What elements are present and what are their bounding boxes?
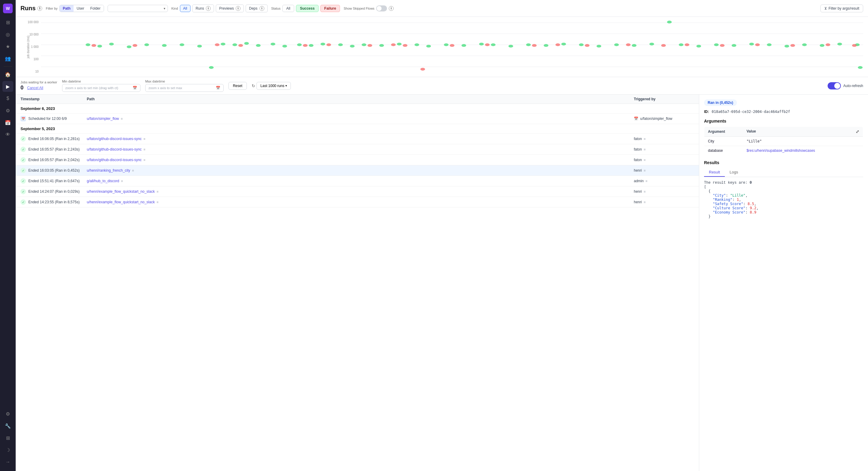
path-filter-icon[interactable]: ≡: [144, 137, 145, 141]
status-success-icon: ✓: [21, 157, 26, 163]
path-cell: u/henri/ranking_french_city ≡: [87, 168, 634, 173]
svg-point-13: [209, 66, 214, 69]
show-skipped-toggle[interactable]: [376, 5, 387, 11]
triggered-filter-icon[interactable]: ≡: [644, 169, 646, 172]
tab-logs[interactable]: Logs: [725, 168, 743, 177]
sidebar-icon-dashboard[interactable]: ⊞: [2, 17, 13, 28]
triggered-filter-icon[interactable]: ≡: [644, 158, 646, 162]
kind-runs-btn[interactable]: Runs ℹ: [192, 4, 214, 12]
filter-args-btn[interactable]: ⊻ Filter by args/result: [820, 4, 863, 12]
table-row[interactable]: ✓ Ended 16:05:57 (Ran in 2,042s) u/faton…: [16, 155, 699, 165]
triggered-cell: henri ≡: [634, 200, 694, 204]
sidebar-icon-runs[interactable]: ▶: [2, 81, 13, 92]
status-all-btn[interactable]: All: [282, 5, 294, 12]
svg-point-11: [180, 43, 184, 46]
table-row[interactable]: 📅 Scheduled for 12:00 6/9 u/faton/simple…: [16, 113, 699, 124]
tab-result[interactable]: Result: [704, 168, 725, 177]
sidebar-icon-settings[interactable]: ⚙: [2, 408, 13, 419]
path-select[interactable]: [107, 5, 168, 12]
path-link[interactable]: u/henri/example_flow_quickstart_no_slack: [87, 190, 155, 194]
status-success-btn[interactable]: Success: [296, 5, 318, 12]
svg-point-5: [86, 43, 90, 46]
path-filter-icon[interactable]: ≡: [156, 190, 158, 193]
path-filter-icon[interactable]: ≡: [144, 147, 145, 151]
filter-folder-btn[interactable]: Folder: [87, 5, 103, 12]
svg-point-36: [544, 44, 549, 47]
path-filter-icon[interactable]: ≡: [156, 200, 158, 204]
min-datetime-input[interactable]: zoom x axis to set min (drag with ct) 📅: [62, 84, 141, 92]
triggered-value: faton: [634, 147, 642, 152]
path-filter-icon[interactable]: ≡: [121, 179, 123, 183]
path-filter-icon[interactable]: ≡: [121, 117, 123, 121]
table-row[interactable]: ✓ Ended 14:23:55 (Ran in 8,575s) u/henri…: [16, 197, 699, 207]
sidebar-icon-moon[interactable]: ☽: [2, 444, 13, 455]
max-datetime-input[interactable]: zoom x axis to set max 📅: [145, 84, 224, 92]
kind-previews-btn[interactable]: Previews ℹ: [216, 4, 244, 12]
svg-point-50: [784, 45, 789, 47]
table-row[interactable]: ✓ Ended 16:06:05 (Ran in 2,281s) u/faton…: [16, 134, 699, 144]
arg-city-value: "Lille": [743, 137, 863, 146]
sidebar-icon-users[interactable]: 👥: [2, 53, 13, 64]
triggered-filter-icon[interactable]: ≡: [644, 200, 646, 204]
path-filter-icon[interactable]: ≡: [144, 158, 145, 162]
triggered-filter-icon[interactable]: ≡: [644, 137, 646, 141]
sidebar-icon-tools[interactable]: 🔧: [2, 420, 13, 431]
table-row[interactable]: ✓ Ended 15:51:41 (Ran in 0,647s) g/all/h…: [16, 176, 699, 187]
reset-btn[interactable]: Reset: [228, 82, 247, 90]
svg-point-31: [461, 44, 466, 47]
sidebar-icon-profile[interactable]: ◎: [2, 29, 13, 40]
kind-label: Kind: [172, 7, 178, 10]
triggered-filter-icon[interactable]: ≡: [646, 179, 647, 183]
table-row[interactable]: ✓ Ended 14:24:07 (Ran in 0,029s) u/henri…: [16, 187, 699, 197]
status-failure-btn[interactable]: Failure: [320, 5, 340, 12]
previews-info-icon[interactable]: ℹ: [236, 6, 241, 11]
expand-btn[interactable]: ⤢: [856, 129, 859, 134]
svg-point-16: [244, 42, 249, 44]
sidebar-icon-monitor[interactable]: 👁: [2, 129, 13, 140]
path-link[interactable]: g/all/hub_to_discord: [87, 179, 119, 183]
filter-path-btn[interactable]: Path: [60, 5, 73, 12]
chart-area: 100 000 10 000 1 000 100 10: [16, 17, 868, 77]
table-row[interactable]: ✓ Ended 16:05:57 (Ran in 2,243s) u/faton…: [16, 144, 699, 155]
path-link[interactable]: u/faton/github-discord-issues-sync: [87, 137, 142, 141]
kind-deps-btn[interactable]: Deps ℹ: [246, 4, 267, 12]
cancel-all-btn[interactable]: Cancel All: [27, 86, 43, 90]
filter-user-btn[interactable]: User: [73, 5, 87, 12]
results-title: Results: [704, 160, 863, 165]
last-runs-section: ↻ Last 1000 runs ▾: [252, 82, 291, 90]
path-link[interactable]: u/henri/ranking_french_city: [87, 168, 130, 173]
autorefresh-toggle[interactable]: [828, 82, 841, 90]
triggered-filter-icon[interactable]: ≡: [644, 147, 646, 151]
sidebar-icon-expand[interactable]: →: [2, 457, 13, 467]
triggered-filter-icon[interactable]: ≡: [644, 190, 646, 193]
runs-info-icon[interactable]: ℹ: [206, 6, 211, 11]
sidebar-icon-calendar[interactable]: 📅: [2, 117, 13, 128]
path-link[interactable]: u/henri/example_flow_quickstart_no_slack: [87, 200, 155, 204]
calendar-icon-min[interactable]: 📅: [133, 86, 137, 90]
path-link[interactable]: u/faton/simpler_flow: [87, 116, 119, 121]
sidebar-icon-dollar[interactable]: $: [2, 93, 13, 104]
path-link[interactable]: u/faton/github-discord-issues-sync: [87, 158, 142, 162]
sidebar-icon-favorites[interactable]: ★: [2, 41, 13, 52]
svg-point-40: [614, 43, 619, 46]
date-group-sep5: September 5, 2023: [16, 124, 699, 134]
title-info-icon[interactable]: ℹ: [37, 6, 42, 11]
calendar-icon-max[interactable]: 📅: [216, 86, 220, 90]
triggered-value: admin: [634, 179, 644, 183]
last-runs-btn[interactable]: Last 1000 runs ▾: [256, 82, 291, 90]
path-filter-icon[interactable]: ≡: [132, 169, 134, 172]
skipped-info-icon[interactable]: ℹ: [389, 6, 394, 11]
sidebar-icon-home[interactable]: 🏠: [2, 69, 13, 80]
resource-link[interactable]: $res:u/henri/supabase_windmillshowcases: [747, 148, 815, 153]
app-logo[interactable]: W: [3, 4, 13, 13]
calendar-icon-triggered: 📅: [634, 116, 638, 121]
path-link[interactable]: u/faton/github-discord-issues-sync: [87, 147, 142, 152]
timestamp-value: Ended 15:51:41 (Ran in 0,647s): [28, 179, 80, 183]
min-datetime-label: Min datetime: [62, 79, 141, 83]
svg-point-53: [837, 43, 842, 45]
sidebar-icon-apps[interactable]: ⊞: [2, 433, 13, 443]
deps-info-icon[interactable]: ℹ: [259, 6, 264, 11]
table-row[interactable]: ✓ Ended 16:03:05 (Ran in 0,452s) u/henri…: [16, 165, 699, 176]
kind-all-btn[interactable]: All: [180, 5, 190, 12]
sidebar-icon-resources[interactable]: ⚙: [2, 105, 13, 116]
